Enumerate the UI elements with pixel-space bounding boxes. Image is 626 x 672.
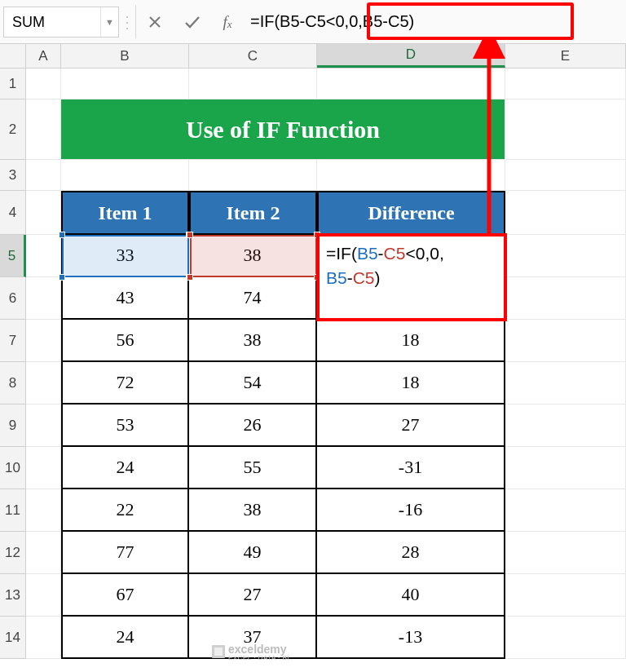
cell-c8[interactable]: 54 bbox=[189, 362, 317, 405]
cell[interactable] bbox=[505, 235, 626, 277]
cell[interactable] bbox=[26, 235, 61, 277]
row: 2 Use of IF Function bbox=[0, 99, 626, 160]
row-header-1[interactable]: 1 bbox=[0, 69, 26, 99]
cell-b7[interactable]: 56 bbox=[61, 320, 189, 362]
dots-icon: ⋮ bbox=[119, 0, 135, 43]
formula-input[interactable]: =IF(B5-C5<0,0,B5-C5) bbox=[244, 0, 626, 43]
cell[interactable] bbox=[26, 99, 61, 160]
cell[interactable] bbox=[61, 160, 189, 191]
cell-b8[interactable]: 72 bbox=[61, 362, 189, 405]
table-row: 14 24 37 -13 bbox=[0, 617, 626, 659]
cell-b12[interactable]: 77 bbox=[61, 532, 189, 574]
cell-b10[interactable]: 24 bbox=[61, 447, 189, 489]
formula-edit-overlay[interactable]: =IF(B5-C5<0,0, B5-C5) bbox=[320, 237, 504, 318]
cell[interactable] bbox=[505, 362, 626, 405]
formula-token: <0,0, bbox=[405, 244, 443, 263]
cell[interactable] bbox=[505, 574, 626, 617]
column-header-a[interactable]: A bbox=[26, 44, 61, 68]
cell[interactable] bbox=[505, 320, 626, 362]
cell[interactable] bbox=[505, 69, 626, 99]
row-header-4[interactable]: 4 bbox=[0, 191, 26, 235]
header-item2[interactable]: Item 2 bbox=[189, 191, 317, 235]
cell[interactable] bbox=[61, 69, 189, 99]
cell-b5[interactable]: 33 bbox=[61, 235, 189, 277]
row-header-5[interactable]: 5 bbox=[0, 235, 26, 277]
row-header-2[interactable]: 2 bbox=[0, 99, 26, 160]
cell[interactable] bbox=[505, 99, 626, 160]
cell[interactable] bbox=[26, 574, 61, 617]
column-header-d[interactable]: D bbox=[317, 44, 505, 68]
row-header-12[interactable]: 12 bbox=[0, 532, 26, 574]
row: 3 bbox=[0, 160, 626, 191]
row-header-14[interactable]: 14 bbox=[0, 617, 26, 659]
cell[interactable] bbox=[189, 160, 317, 191]
cell-d14[interactable]: -13 bbox=[317, 617, 505, 659]
formula-token: - bbox=[347, 268, 353, 287]
cancel-button[interactable] bbox=[136, 0, 174, 43]
cell-b9[interactable]: 53 bbox=[61, 405, 189, 447]
cell-d11[interactable]: -16 bbox=[317, 489, 505, 532]
cell[interactable] bbox=[505, 191, 626, 235]
cell-b11[interactable]: 22 bbox=[61, 489, 189, 532]
cell[interactable] bbox=[505, 160, 626, 191]
cell[interactable] bbox=[26, 617, 61, 659]
cell-d10[interactable]: -31 bbox=[317, 447, 505, 489]
check-icon bbox=[183, 13, 201, 31]
cell-b6[interactable]: 43 bbox=[61, 277, 189, 320]
cell-b13[interactable]: 67 bbox=[61, 574, 189, 617]
cell-d8[interactable]: 18 bbox=[317, 362, 505, 405]
cell-c12[interactable]: 49 bbox=[189, 532, 317, 574]
cell-d12[interactable]: 28 bbox=[317, 532, 505, 574]
enter-button[interactable] bbox=[174, 0, 211, 43]
row-header-3[interactable]: 3 bbox=[0, 160, 26, 191]
cell[interactable] bbox=[317, 160, 505, 191]
column-header-b[interactable]: B bbox=[61, 44, 189, 68]
row-header-13[interactable]: 13 bbox=[0, 574, 26, 617]
cell[interactable] bbox=[505, 532, 626, 574]
cell-c5[interactable]: 38 bbox=[189, 235, 317, 277]
column-header-e[interactable]: E bbox=[505, 44, 626, 68]
row-header-11[interactable]: 11 bbox=[0, 489, 26, 532]
cell[interactable] bbox=[26, 489, 61, 532]
cell-d9[interactable]: 27 bbox=[317, 405, 505, 447]
cell[interactable] bbox=[26, 160, 61, 191]
cell[interactable] bbox=[505, 405, 626, 447]
cell[interactable] bbox=[505, 617, 626, 659]
row-header-6[interactable]: 6 bbox=[0, 277, 26, 320]
cell[interactable] bbox=[26, 532, 61, 574]
row-header-10[interactable]: 10 bbox=[0, 447, 26, 489]
cell[interactable] bbox=[26, 405, 61, 447]
cell[interactable] bbox=[26, 362, 61, 405]
cell[interactable] bbox=[317, 69, 505, 99]
cell[interactable] bbox=[505, 447, 626, 489]
cell-b14[interactable]: 24 bbox=[61, 617, 189, 659]
header-difference[interactable]: Difference bbox=[317, 191, 505, 235]
row: 4 Item 1 Item 2 Difference bbox=[0, 191, 626, 235]
row-header-9[interactable]: 9 bbox=[0, 405, 26, 447]
cell-c9[interactable]: 26 bbox=[189, 405, 317, 447]
name-box-dropdown-icon[interactable]: ▼ bbox=[100, 7, 118, 37]
cell-d7[interactable]: 18 bbox=[317, 320, 505, 362]
cell-c6[interactable]: 74 bbox=[189, 277, 317, 320]
cell[interactable] bbox=[189, 69, 317, 99]
cell-c13[interactable]: 27 bbox=[189, 574, 317, 617]
cell[interactable] bbox=[26, 447, 61, 489]
row-header-8[interactable]: 8 bbox=[0, 362, 26, 405]
column-header-c[interactable]: C bbox=[189, 44, 317, 68]
row-header-7[interactable]: 7 bbox=[0, 320, 26, 362]
cell[interactable] bbox=[26, 320, 61, 362]
name-box[interactable]: SUM bbox=[4, 11, 100, 34]
cell[interactable] bbox=[26, 69, 61, 99]
fx-icon[interactable]: fx bbox=[211, 0, 244, 43]
cell-d13[interactable]: 40 bbox=[317, 574, 505, 617]
cell-c7[interactable]: 38 bbox=[189, 320, 317, 362]
select-all-corner[interactable] bbox=[0, 44, 26, 68]
cell-c11[interactable]: 38 bbox=[189, 489, 317, 532]
cell-c10[interactable]: 55 bbox=[189, 447, 317, 489]
cell[interactable] bbox=[505, 489, 626, 532]
title-cell[interactable]: Use of IF Function bbox=[61, 99, 505, 160]
cell[interactable] bbox=[26, 277, 61, 320]
cell[interactable] bbox=[505, 277, 626, 320]
header-item1[interactable]: Item 1 bbox=[61, 191, 189, 235]
cell[interactable] bbox=[26, 191, 61, 235]
